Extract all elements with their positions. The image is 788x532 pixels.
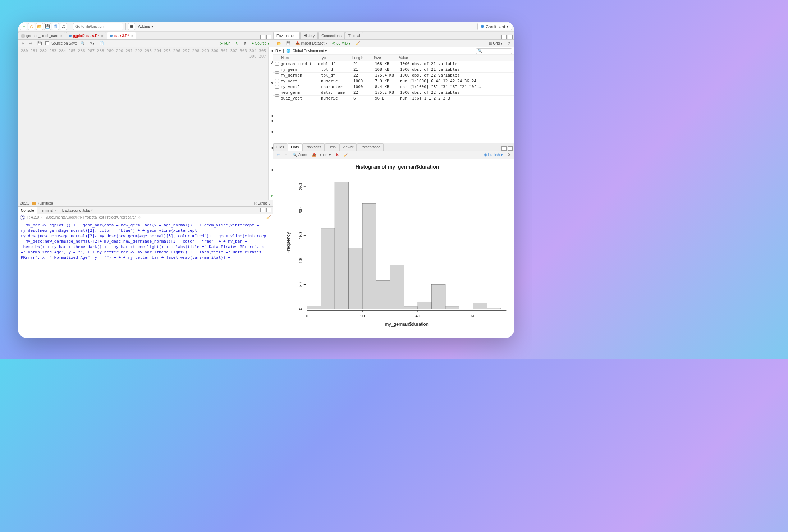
svg-rect-1 [321,228,335,309]
path-arrow-icon[interactable]: ➪ [138,215,141,219]
pane-tab[interactable]: Environment [273,32,300,39]
zoom-plot-button[interactable]: 🔍 Zoom [291,153,308,157]
save-source-icon[interactable]: 💾 [36,41,43,45]
env-col-value[interactable]: Value [399,56,514,60]
import-dataset-button[interactable]: 📥 Import Dataset ▾ [294,41,329,45]
source-statusbar: 305:1 (Untitled) R Script ⌄ [18,200,273,206]
run-button[interactable]: ➤ Run [219,41,232,45]
env-variable-row[interactable]: my_vectnumeric10007.9 KBnum [1:1000] 6 4… [273,78,514,84]
env-variable-row[interactable]: my_germtbl_df21168 KB1000 obs. of 21 var… [273,67,514,73]
rerun-icon[interactable]: ↻ [234,41,240,45]
env-variable-row[interactable]: new_germdata.frame22175.2 KB1000 obs. of… [273,90,514,96]
prev-plot-icon[interactable]: ⇦ [275,153,281,157]
pane-tab[interactable]: Help [325,143,339,151]
svg-text:100: 100 [298,256,303,263]
new-project-button[interactable]: ◎ [28,23,35,30]
environment-search[interactable] [476,48,512,54]
env-variable-row[interactable]: quiz_vectnumeric696 Bnum [1:6] 1 1 2 2 3… [273,96,514,101]
rstudio-window: ＋ ◎ 📂 💾 🗐 🖨 ▦ Addins ▾ ⬢Credit card ▾ ge… [18,22,514,338]
working-dir[interactable]: ~/Documents/Code/R/R Projects/Test Proje… [44,215,136,219]
source-button[interactable]: ➤ Source ▾ [250,41,271,45]
clear-plots-icon[interactable]: 🧹 [342,153,349,157]
go-to-file-input[interactable] [73,23,123,30]
svg-rect-13 [487,308,500,309]
plots-tabbar: FilesPlotsPackagesHelpViewerPresentation [273,143,514,151]
svg-rect-2 [335,182,348,309]
broom-icon[interactable]: 🧹 [354,41,361,45]
env-col-size[interactable]: Size [374,56,399,60]
env-scope-icon: 🌐 [286,49,290,53]
console-output[interactable]: + my_bar <- ggplot () + + geom_bar(data … [18,221,273,338]
export-plot-button[interactable]: 📤 Export ▾ [311,153,332,157]
source-toolbar: ⇦ ⇨ 💾 Source on Save 🔍 ✎▾ 📄 ➤ Run ↻ ⇕ ➤ … [18,40,273,47]
refresh-env-icon[interactable]: ⟳ [506,41,512,45]
pane-tab[interactable]: History [300,32,318,39]
source-tab[interactable]: ggplot2 class.R*× [66,32,106,39]
grid-icon[interactable]: ▦ [128,23,135,30]
open-file-button[interactable]: 📂 [36,23,43,30]
histogram-plot: 0204060050100150200250my_german$duration… [284,173,510,332]
svg-rect-10 [445,307,459,309]
env-col-type[interactable]: Type [320,56,352,60]
save-all-button[interactable]: 🗐 [52,23,59,30]
up-down-icon[interactable]: ⇕ [242,41,248,45]
pane-tab[interactable]: Tutorial [345,32,363,39]
environment-scope[interactable]: Global Environment ▾ [293,49,327,53]
plot-title: Histogram of my_german$duration [284,164,510,170]
console-pane-controls[interactable] [260,208,273,212]
doc-name[interactable]: (Untitled) [38,201,53,205]
pane-tab[interactable]: Viewer [339,143,357,151]
compile-icon[interactable]: 📄 [98,41,105,45]
env-variable-row[interactable]: my_germantbl_df22175.4 KB1000 obs. of 22… [273,73,514,78]
save-workspace-icon[interactable]: 💾 [285,41,292,45]
code-editor[interactable]: 280 281 282 283 284 285 286 287 288 289 … [18,47,273,200]
svg-text:Frequency: Frequency [285,232,291,254]
source-tab[interactable]: german_credit_card× [18,32,65,39]
next-plot-icon[interactable]: ⇨ [283,153,289,157]
pane-window-controls[interactable] [260,35,273,39]
find-icon[interactable]: 🔍 [79,41,86,45]
print-button[interactable]: 🖨 [60,23,67,30]
language-scope[interactable]: R ▾ [275,49,281,53]
pane-tab[interactable]: Files [273,143,287,151]
doc-type-icon [32,202,36,205]
wand-icon[interactable]: ✎▾ [88,41,96,45]
new-file-button[interactable]: ＋ [20,23,27,30]
pane-tab[interactable]: Presentation [357,143,384,151]
save-button[interactable]: 💾 [44,23,51,30]
memory-indicator[interactable]: ◴ 35 MiB ▾ [331,41,352,45]
forward-icon[interactable]: ⇨ [28,41,34,45]
source-on-save-checkbox[interactable] [45,41,49,45]
env-col-length[interactable]: Length [352,56,374,60]
env-variable-row[interactable]: german_credit_cardtbl_df21168 KB1000 obs… [273,61,514,67]
env-variable-row[interactable]: my_vect2character10008.4 KBchr [1:1000] … [273,84,514,90]
load-workspace-icon[interactable]: 📂 [275,41,283,45]
view-mode-button[interactable]: ▦ Grid ▾ [487,41,504,45]
publish-plot-button[interactable]: ◉ Publish ▾ [482,153,504,157]
plots-toolbar: ⇦ ⇨ 🔍 Zoom 📤 Export ▾ ✖ 🧹 ◉ Publish ▾ ⟳ [273,151,514,159]
source-tab[interactable]: class3.R*× [107,32,137,39]
svg-text:40: 40 [416,313,420,318]
svg-text:20: 20 [360,313,365,318]
environment-header: Name Type Length Size Value [273,55,514,61]
console-tab[interactable]: Terminal× [37,207,59,214]
addins-menu[interactable]: Addins ▾ [136,24,156,29]
pane-tab[interactable]: Packages [302,143,325,151]
env-pane-controls[interactable] [501,35,514,39]
svg-text:150: 150 [298,232,303,239]
pane-tab[interactable]: Connections [318,32,345,39]
console-tab[interactable]: Console [18,207,37,214]
remove-plot-icon[interactable]: ✖ [334,153,340,157]
refresh-plot-icon[interactable]: ⟳ [506,153,512,157]
env-col-name[interactable]: Name [273,56,320,60]
console-tab[interactable]: Background Jobs× [59,207,96,214]
project-selector[interactable]: ⬢Credit card ▾ [477,23,512,30]
svg-rect-0 [307,306,321,309]
pane-tab[interactable]: Plots [288,143,302,151]
main-toolbar: ＋ ◎ 📂 💾 🗐 🖨 ▦ Addins ▾ ⬢Credit card ▾ [18,22,514,32]
plots-pane-controls[interactable] [501,146,514,151]
back-icon[interactable]: ⇦ [20,41,26,45]
clear-console-icon[interactable]: 🧹 [266,215,271,219]
cursor-position: 305:1 [20,201,29,205]
file-type-selector[interactable]: R Script ⌄ [254,201,271,205]
